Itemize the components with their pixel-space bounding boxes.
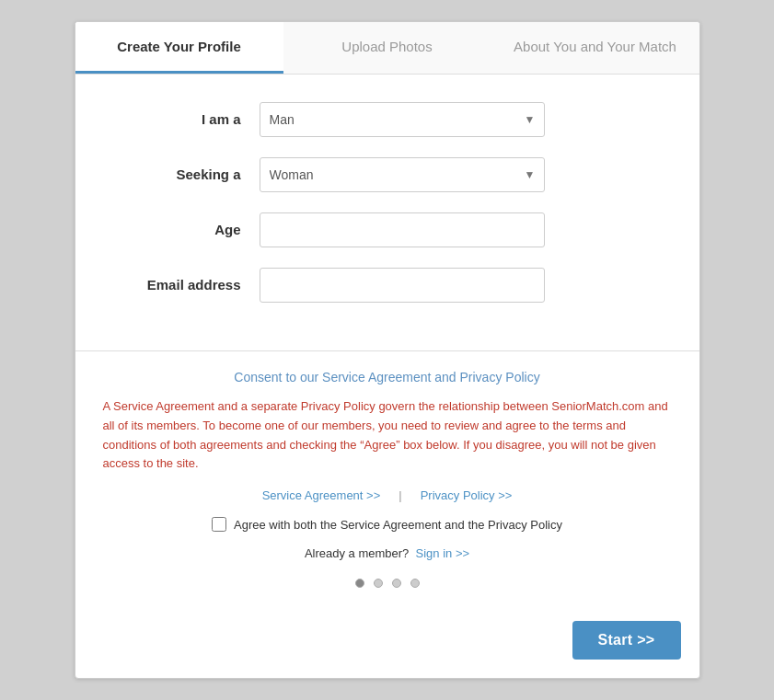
consent-title: Consent to our Service Agreement and Pri… — [103, 370, 672, 384]
age-label: Age — [112, 222, 260, 237]
agree-checkbox[interactable] — [212, 517, 226, 532]
agree-row: Agree with both the Service Agreement an… — [103, 517, 672, 532]
already-member-label: Already a member? — [305, 546, 409, 560]
tab-upload-photos[interactable]: Upload Photos — [283, 22, 491, 74]
seeking-select[interactable]: Man Woman — [260, 157, 545, 192]
service-agreement-link[interactable]: Service Agreement >> — [262, 488, 381, 502]
seeking-row: Seeking a Man Woman ▼ — [112, 157, 663, 192]
already-member-text: Already a member? Sign in >> — [103, 546, 672, 560]
consent-links: Service Agreement >> | Privacy Policy >> — [103, 488, 672, 502]
links-separator: | — [399, 488, 401, 502]
iam-row: I am a Man Woman ▼ — [112, 102, 663, 137]
iam-select[interactable]: Man Woman — [260, 102, 545, 137]
registration-card: Create Your Profile Upload Photos About … — [75, 21, 700, 679]
dot-2 — [374, 579, 383, 588]
email-row: Email address — [112, 268, 663, 303]
form-area: I am a Man Woman ▼ Seeking a Man Woman ▼ — [75, 75, 699, 341]
button-row: Start >> — [75, 621, 699, 678]
age-input[interactable] — [260, 212, 545, 247]
email-label: Email address — [112, 277, 260, 293]
seeking-label: Seeking a — [112, 166, 260, 182]
consent-body: A Service Agreement and a separate Priva… — [103, 397, 672, 474]
iam-select-wrapper: Man Woman ▼ — [260, 102, 545, 137]
start-button[interactable]: Start >> — [572, 621, 681, 660]
tab-bar: Create Your Profile Upload Photos About … — [75, 22, 699, 75]
pagination-dots — [103, 579, 672, 588]
dot-3 — [392, 579, 401, 588]
agree-label: Agree with both the Service Agreement an… — [234, 518, 562, 532]
dot-4 — [410, 579, 420, 588]
consent-section: Consent to our Service Agreement and Pri… — [75, 370, 699, 621]
iam-label: I am a — [112, 111, 260, 127]
dot-1 — [355, 579, 364, 588]
privacy-policy-link[interactable]: Privacy Policy >> — [421, 488, 513, 502]
tab-create-profile[interactable]: Create Your Profile — [75, 22, 283, 74]
age-row: Age — [112, 212, 663, 247]
form-divider — [75, 350, 699, 351]
email-input[interactable] — [260, 268, 545, 303]
tab-about-you[interactable]: About You and Your Match — [491, 22, 699, 74]
signin-link[interactable]: Sign in >> — [416, 546, 470, 560]
seeking-select-wrapper: Man Woman ▼ — [260, 157, 545, 192]
